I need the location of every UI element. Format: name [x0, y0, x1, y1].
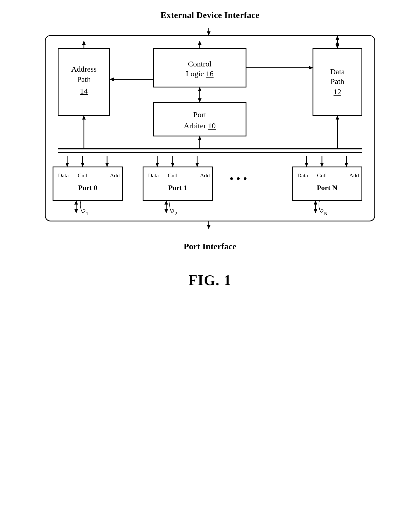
svg-marker-95: [110, 78, 114, 81]
svg-text:Arbiter 10: Arbiter 10: [184, 121, 216, 130]
svg-text:N: N: [324, 211, 327, 216]
svg-text:Port N: Port N: [317, 184, 337, 192]
svg-marker-25: [198, 98, 202, 103]
svg-text:Cntl: Cntl: [168, 172, 178, 179]
svg-marker-97: [309, 66, 313, 70]
svg-marker-83: [320, 163, 324, 167]
svg-text:Data: Data: [297, 172, 308, 179]
svg-marker-93: [336, 44, 339, 48]
svg-text:Add: Add: [110, 172, 120, 179]
svg-marker-48: [65, 163, 69, 167]
svg-marker-68: [195, 163, 199, 167]
svg-marker-2: [207, 31, 211, 36]
svg-rect-20: [153, 103, 246, 136]
svg-marker-55: [74, 209, 78, 213]
svg-text:• • •: • • •: [230, 172, 247, 185]
svg-marker-39: [198, 136, 202, 140]
diagram-svg: Address Path 14 Control Logic 16 Port Ar…: [43, 28, 377, 229]
svg-marker-50: [81, 163, 84, 167]
svg-text:2: 2: [321, 208, 324, 215]
svg-marker-41: [336, 115, 339, 120]
svg-text:Port 1: Port 1: [168, 184, 187, 192]
fig-label: FIG. 1: [188, 272, 232, 289]
svg-text:Control: Control: [188, 60, 212, 68]
svg-text:Add: Add: [349, 172, 359, 179]
svg-marker-15: [198, 41, 202, 45]
svg-text:1: 1: [86, 211, 88, 216]
svg-text:2: 2: [83, 208, 86, 215]
svg-marker-88: [314, 209, 317, 213]
svg-marker-37: [82, 115, 86, 120]
svg-text:14: 14: [80, 87, 88, 95]
svg-marker-85: [345, 163, 348, 167]
svg-text:Port: Port: [193, 110, 206, 119]
svg-marker-70: [164, 200, 168, 205]
svg-text:2: 2: [175, 211, 177, 216]
svg-marker-87: [314, 200, 317, 205]
svg-marker-52: [105, 163, 109, 167]
page-title: External Device Interface: [161, 10, 259, 20]
svg-text:Data: Data: [58, 172, 69, 179]
svg-text:12: 12: [334, 87, 341, 96]
svg-text:Port 0: Port 0: [78, 184, 97, 192]
svg-text:Cntl: Cntl: [78, 172, 87, 179]
svg-text:Logic 16: Logic 16: [186, 69, 213, 78]
svg-text:Add: Add: [200, 172, 210, 179]
port-interface-label: Port Interface: [184, 242, 237, 251]
svg-marker-66: [171, 163, 174, 167]
svg-text:Cntl: Cntl: [317, 172, 327, 179]
svg-text:Data: Data: [148, 172, 159, 179]
svg-text:Path: Path: [330, 77, 344, 86]
svg-marker-71: [164, 209, 168, 213]
svg-marker-10: [82, 41, 86, 45]
svg-marker-54: [74, 200, 78, 205]
svg-text:Path: Path: [77, 75, 91, 83]
svg-marker-81: [305, 163, 308, 167]
svg-marker-4: [207, 225, 211, 229]
svg-text:2: 2: [171, 208, 174, 215]
svg-text:Data: Data: [330, 67, 345, 76]
svg-text:Address: Address: [71, 65, 97, 73]
svg-marker-64: [155, 163, 159, 167]
svg-marker-92: [336, 36, 339, 40]
svg-marker-24: [198, 87, 202, 91]
